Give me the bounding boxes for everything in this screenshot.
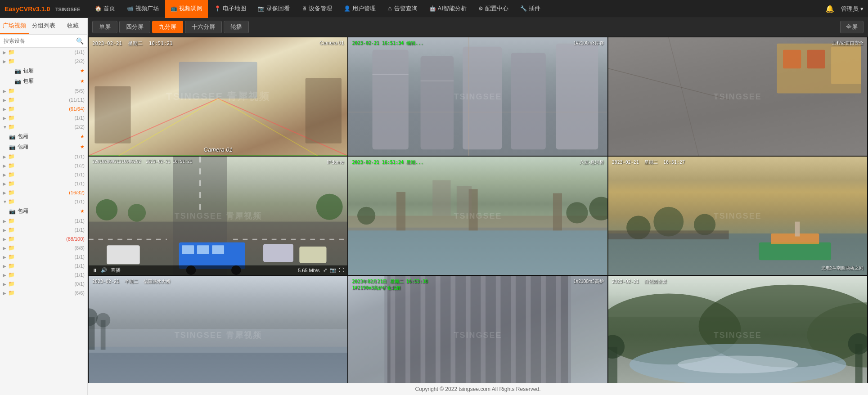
camera-cell-1[interactable]: TSINGSEE 青犀视频 2023-02-21 星期二 16:51:21 Ca…	[89, 37, 347, 156]
capture-icon[interactable]: 📷	[330, 267, 336, 273]
nav-review[interactable]: 📺视频调阅	[165, 0, 208, 18]
camera-cell-3[interactable]: TSINGSEE 工程处进口安全	[608, 37, 867, 156]
svg-rect-74	[511, 276, 516, 394]
folder-icon: 📁	[8, 58, 15, 64]
nav-right: 🔔 管理员 ▾	[825, 4, 864, 13]
tree-item[interactable]: ▼ 📁 (2/2)	[0, 122, 87, 131]
cam-label-1: Camera 01	[204, 146, 233, 153]
cam-watermark-6: TSINGSEE	[714, 211, 762, 220]
tab-favorites[interactable]: 收藏	[58, 18, 87, 34]
tree-item[interactable]: ▶ 📁 (1/1)	[0, 48, 87, 57]
svg-rect-31	[197, 245, 209, 254]
tree-item[interactable]: ▶ 📁 (1/1)	[0, 225, 87, 234]
folder-icon: 📁	[8, 218, 15, 224]
svg-rect-36	[263, 244, 293, 262]
cam-timestamp-4: 32010200031316900292 2023-02-21 16:51:21	[92, 159, 192, 164]
svg-rect-58	[608, 230, 729, 239]
tree-arrow: ▶	[3, 291, 8, 296]
tree-count: (6/6)	[74, 290, 85, 296]
user-icon: 👤	[344, 5, 351, 12]
nav-playback[interactable]: 📷录像回看	[252, 0, 295, 18]
tree-item[interactable]: ▼ 📁 (1/1)	[0, 197, 87, 206]
camera-cell-2[interactable]: TSINGSEE 2023-02-21 16:51:34 编辑... 1#210…	[348, 37, 607, 156]
fullscreen-btn[interactable]: 全屏	[840, 21, 864, 33]
tree-item[interactable]: ▶ 📁 (1/1)	[0, 261, 87, 270]
camera-cell-8[interactable]: TSINGSEE 2023年02月21日 星期二 16:53:381#2190m…	[348, 276, 607, 394]
home-icon: 🏠	[95, 5, 102, 12]
camera-cell-5[interactable]: TSINGSEE 2023-02-21 16:51:24 星期... 六安-息河…	[348, 157, 607, 275]
tree-item[interactable]: 📷 包厢 ★	[0, 131, 87, 142]
tree-item[interactable]: ▶ 📁 (1/1)	[0, 216, 87, 225]
tree-item[interactable]: ▶ 📁 (88/100)	[0, 234, 87, 243]
single-screen-btn[interactable]: 单屏	[92, 21, 117, 33]
sidebar-search-bar: 🔍	[0, 35, 87, 48]
folder-icon: 📁	[8, 236, 15, 242]
tree-item[interactable]: ▶ 📁 (0/1)	[0, 279, 87, 288]
tree-item[interactable]: ▶ 📁 (1/1)	[0, 179, 87, 188]
svg-point-46	[357, 207, 375, 224]
footer: Copyright © 2022 tsingsee.com All Rights…	[88, 383, 868, 395]
bell-icon[interactable]: 🔔	[825, 4, 834, 13]
tree-item[interactable]: ▶ 📁 (1/2)	[0, 161, 87, 170]
drag-icon[interactable]: ⤢	[323, 267, 327, 273]
camera-cell-4[interactable]: TSINGSEE 青犀视频 32010200031316900292 2023-…	[89, 157, 347, 275]
tab-venue-video[interactable]: 广场视频	[0, 18, 29, 34]
svg-rect-78	[348, 276, 387, 394]
tree-item[interactable]: ▶ 📁 (6/6)	[0, 288, 87, 297]
tree-item[interactable]: ▶ 📁 (1/1)	[0, 152, 87, 161]
nav-square[interactable]: 📹视频广场	[121, 0, 164, 18]
svg-rect-49	[433, 180, 451, 216]
four-screen-btn[interactable]: 四分屏	[119, 21, 150, 33]
tree-item[interactable]: 📷 包厢 ★	[0, 142, 87, 152]
volume-icon[interactable]: 🔊	[101, 267, 107, 273]
svg-rect-37	[299, 247, 326, 263]
nav-config[interactable]: ⚙配置中心	[473, 0, 514, 18]
nav-ai[interactable]: 🤖AI智能分析	[424, 0, 472, 18]
nav-alert[interactable]: ⚠告警查询	[382, 0, 423, 18]
tree-item[interactable]: ▶ 📁 (61/64)	[0, 104, 87, 113]
tree-item[interactable]: ▶ 📁 (11/11)	[0, 95, 87, 104]
camera-cell-7[interactable]: TSINGSEE 青犀视频 2023-02-21 半期二 信阳滴水大桥	[89, 276, 347, 394]
camera-cell-9[interactable]: TSINGSEE 2023-02-21 自然园全景	[608, 276, 867, 394]
nav-home[interactable]: 🏠首页	[90, 0, 121, 18]
tree-item[interactable]: 📷 包厢 ★	[0, 206, 87, 216]
folder-icon: 📁	[8, 263, 15, 269]
nav-plugin[interactable]: 🔧插件	[515, 0, 546, 18]
sixteen-screen-btn[interactable]: 十六分屏	[185, 21, 222, 33]
tree-count: (11/11)	[69, 97, 85, 103]
search-input[interactable]	[4, 38, 76, 44]
admin-menu[interactable]: 管理员 ▾	[841, 5, 864, 13]
tree-item[interactable]: ▶ 📁 (5/5)	[0, 86, 87, 95]
tree-item[interactable]: ▶ 📁 (1/1)	[0, 252, 87, 261]
folder-icon: 📁	[8, 171, 15, 178]
tree-item[interactable]: 📷 包厢 ★	[0, 76, 87, 86]
expand-icon[interactable]: ⛶	[339, 267, 344, 273]
cam-watermark-2: TSINGSEE	[454, 92, 502, 101]
tree-item[interactable]: ▶ 📁 (1/1)	[0, 170, 87, 179]
cam-controls-4: ⏸ 🔊 直播 5.65 Mb/s ⤢ 📷 ⛶	[89, 265, 347, 275]
cam-timestamp-9: 2023-02-21 自然园全景	[612, 278, 667, 285]
svg-rect-6	[306, 78, 342, 144]
tree-item[interactable]: ▶ 📁 (1/1)	[0, 270, 87, 279]
nav-user[interactable]: 👤用户管理	[338, 0, 381, 18]
svg-rect-75	[526, 276, 531, 394]
tree-item[interactable]: 📷 包厢 ★	[0, 66, 87, 76]
tree-label: 包厢	[18, 133, 79, 140]
tree-item[interactable]: ▶ 📁 (16/32)	[0, 188, 87, 197]
nav-device[interactable]: 🖥设备管理	[296, 0, 337, 18]
tree-item[interactable]: ▶ 📁 (1/1)	[0, 113, 87, 122]
nav-map[interactable]: 📍电子地图	[209, 0, 252, 18]
carousel-btn[interactable]: 轮播	[224, 21, 249, 33]
tree-count: (1/1)	[74, 254, 85, 260]
tab-group-list[interactable]: 分组列表	[29, 18, 58, 34]
svg-rect-21	[831, 47, 861, 84]
nine-screen-btn[interactable]: 九分屏	[152, 21, 183, 33]
pause-icon[interactable]: ⏸	[92, 268, 97, 273]
tree-item[interactable]: ▶ 📁 (2/2)	[0, 57, 87, 66]
camera-cell-6[interactable]: TSINGSEE 2023-02-21 星期二 16:51:27 光电24-南照…	[608, 157, 867, 275]
folder-icon: 📁	[8, 124, 15, 130]
tree-item[interactable]: ▶ 📁 (8/8)	[0, 243, 87, 252]
search-icon[interactable]: 🔍	[76, 37, 84, 45]
svg-rect-66	[391, 276, 396, 394]
tree-arrow: ▶	[3, 228, 8, 233]
